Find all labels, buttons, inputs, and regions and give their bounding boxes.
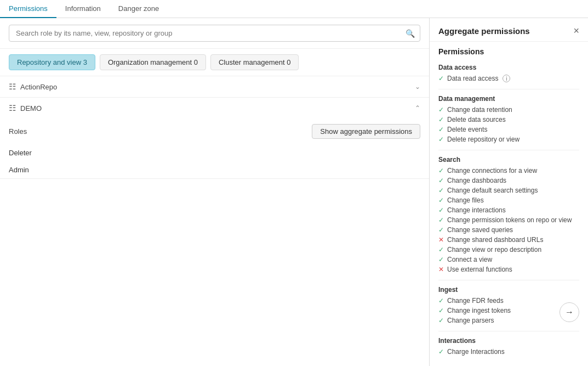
roles-label: Roles: [9, 127, 27, 136]
perm-item-3-2: ✓Change parsers: [438, 316, 579, 325]
tab-danger-zone[interactable]: Danger zone: [110, 0, 168, 18]
perm-section-ingest: Ingest✓Change FDR feeds✓Change ingest to…: [438, 280, 579, 325]
perm-section-name-4: Interactions: [438, 337, 579, 345]
perm-label-1-2: Delete events: [447, 126, 487, 133]
perm-item-2-7: ✕Change shared dashboard URLs: [438, 235, 579, 245]
info-icon[interactable]: i: [503, 75, 510, 82]
check-icon: ✓: [438, 177, 444, 184]
repo-item-actionrepo: ☷ ActionRepo ⌄: [0, 76, 429, 98]
perm-item-2-2: ✓Change default search settings: [438, 185, 579, 195]
check-icon: ✓: [438, 216, 444, 224]
aggregate-panel-title: Aggregate permissions: [438, 26, 530, 36]
perm-item-2-1: ✓Change dashboards: [438, 176, 579, 185]
role-entry-admin[interactable]: Admin: [0, 161, 429, 178]
perm-item-0-0: ✓Data read accessi: [438, 74, 579, 83]
cross-icon: ✕: [438, 236, 444, 244]
perm-label-2-8: Change view or repo description: [447, 246, 541, 254]
perm-label-3-1: Change ingest tokens: [447, 307, 511, 314]
cross-icon: ✕: [438, 266, 444, 273]
check-icon: ✓: [438, 297, 444, 305]
aggregate-permissions-panel: Aggregate permissions × Permissions Data…: [429, 18, 588, 366]
perm-label-3-0: Change FDR feeds: [447, 297, 504, 305]
perm-item-2-8: ✓Change view or repo description: [438, 245, 579, 255]
perm-divider: [438, 89, 579, 89]
check-icon: ✓: [438, 126, 444, 133]
repo-content-demo: Roles Show aggregate permissions Deleter…: [0, 119, 429, 178]
perm-label-2-0: Change connections for a view: [447, 167, 537, 174]
permissions-heading: Permissions: [430, 42, 588, 58]
perm-divider: [438, 280, 579, 280]
perm-label-2-6: Change saved queries: [447, 226, 513, 234]
perm-section-interactions: Interactions✓Charge Interactions: [438, 331, 579, 357]
check-icon: ✓: [438, 256, 444, 263]
show-aggregate-permissions-button[interactable]: Show aggregate permissions: [312, 124, 420, 139]
sub-tabs: Repository and view 3 Organization manag…: [0, 49, 429, 76]
repo-list: ☷ ActionRepo ⌄ ☷ DEMO ⌃: [0, 76, 429, 366]
perm-item-2-3: ✓Change files: [438, 195, 579, 205]
perm-label-1-1: Delete data sources: [447, 116, 506, 123]
sub-tab-organization[interactable]: Organization management 0: [100, 54, 206, 70]
tab-permissions[interactable]: Permissions: [0, 0, 56, 18]
sub-tab-repository[interactable]: Repository and view 3: [9, 54, 95, 70]
perm-label-1-3: Delete repository or view: [447, 136, 520, 143]
perm-label-2-5: Change permission tokens on repo or view: [447, 216, 572, 224]
perm-section-name-0: Data access: [438, 64, 579, 71]
perm-item-3-1: ✓Change ingest tokens: [438, 306, 579, 316]
chevron-down-icon-actionrepo: ⌄: [415, 83, 420, 91]
repo-item-demo: ☷ DEMO ⌃ Roles Show aggregate permission…: [0, 98, 429, 179]
next-page-button[interactable]: →: [560, 302, 579, 322]
aggregate-panel-header: Aggregate permissions ×: [430, 18, 588, 42]
check-icon: ✓: [438, 307, 444, 314]
check-icon: ✓: [438, 136, 444, 143]
check-icon: ✓: [438, 116, 444, 123]
chevron-up-icon-demo: ⌃: [415, 104, 420, 112]
check-icon: ✓: [438, 317, 444, 324]
perm-label-2-3: Change files: [447, 196, 484, 204]
app-container: Permissions Information Danger zone 🔍 Re…: [0, 0, 588, 366]
perm-item-2-10: ✕Use external functions: [438, 264, 579, 274]
perm-section-search: Search✓Change connections for a view✓Cha…: [438, 150, 579, 274]
repo-header-demo[interactable]: ☷ DEMO ⌃: [0, 98, 429, 119]
perm-divider: [438, 150, 579, 150]
search-input[interactable]: [9, 25, 420, 42]
roles-header: Roles Show aggregate permissions: [0, 119, 429, 144]
role-entry-deleter[interactable]: Deleter: [0, 144, 429, 161]
search-input-wrap: 🔍: [9, 25, 420, 42]
perm-item-2-5: ✓Change permission tokens on repo or vie…: [438, 215, 579, 225]
repo-icon-actionrepo: ☷: [9, 82, 16, 92]
repo-icon-demo: ☷: [9, 103, 16, 113]
check-icon: ✓: [438, 187, 444, 194]
left-panel: 🔍 Repository and view 3 Organization man…: [0, 18, 429, 366]
perm-label-2-1: Change dashboards: [447, 177, 506, 184]
perm-label-2-2: Change default search settings: [447, 187, 538, 194]
top-tabs: Permissions Information Danger zone: [0, 0, 588, 18]
perm-section-name-1: Data management: [438, 95, 579, 103]
repo-name-demo: DEMO: [20, 104, 42, 112]
perm-divider: [438, 331, 579, 331]
perm-item-2-4: ✓Change interactions: [438, 205, 579, 215]
check-icon: ✓: [438, 206, 444, 214]
perm-item-1-3: ✓Delete repository or view: [438, 134, 579, 144]
perm-item-2-6: ✓Change saved queries: [438, 225, 579, 235]
repo-header-actionrepo[interactable]: ☷ ActionRepo ⌄: [0, 76, 429, 97]
perm-item-1-0: ✓Change data retention: [438, 105, 579, 115]
search-bar: 🔍: [0, 18, 429, 49]
perm-section-name-3: Ingest: [438, 286, 579, 294]
search-icon: 🔍: [406, 29, 415, 38]
perm-label-1-0: Change data retention: [447, 106, 512, 114]
perm-label-3-2: Change parsers: [447, 317, 494, 324]
perm-label-2-7: Change shared dashboard URLs: [447, 236, 543, 244]
check-icon: ✓: [438, 167, 444, 174]
perm-section-data-access: Data access✓Data read accessi: [438, 64, 579, 83]
right-panel-inner: Permissions Data access✓Data read access…: [430, 42, 588, 366]
perm-label-2-9: Connect a view: [447, 256, 492, 263]
main-layout: 🔍 Repository and view 3 Organization man…: [0, 18, 588, 366]
perm-label-4-0: Charge Interactions: [447, 348, 505, 356]
perm-section-name-2: Search: [438, 156, 579, 164]
close-button[interactable]: ×: [573, 26, 579, 36]
perm-item-2-0: ✓Change connections for a view: [438, 166, 579, 176]
check-icon: ✓: [438, 226, 444, 234]
tab-information[interactable]: Information: [56, 0, 110, 18]
sub-tab-cluster[interactable]: Cluster management 0: [210, 54, 299, 70]
check-icon: ✓: [438, 106, 444, 114]
